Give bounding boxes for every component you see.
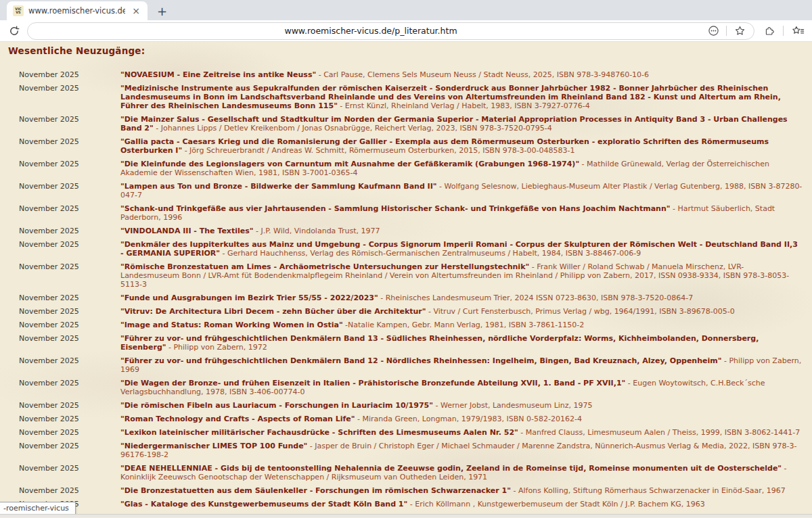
entry-authors: - Alfons Kolling, Stiftung Römerhaus Sch… — [511, 486, 786, 495]
entry-title: "NOVAESIUM - Eine Zeitreise ins antike N… — [120, 70, 316, 79]
favorites-list-icon[interactable] — [789, 22, 807, 40]
entry-date: November 2025 — [19, 137, 120, 146]
entry-date: November 2025 — [19, 262, 120, 271]
entry-date: November 2025 — [19, 307, 120, 316]
entry-date: November 2025 — [19, 415, 120, 423]
entry-date: November 2025 — [19, 321, 120, 329]
list-item: November 2025 "Medizinische Instrumente … — [0, 84, 812, 110]
entry-title: "Die Kleinfunde des Legionslagers von Ca… — [120, 160, 579, 168]
entry-text: "Lampen aus Ton und Bronze - Bildwerke d… — [120, 182, 803, 199]
entry-title: "Die Wagen der Bronze- und frühen Eisenz… — [120, 379, 625, 387]
entry-authors: - Rheinisches Landesmuseum Trier, 2024 I… — [378, 293, 694, 302]
list-item: November 2025 "Denkmäler des Iuppiterkul… — [0, 240, 812, 258]
entry-text: "Vitruv: De Architectura Libri Decem - z… — [120, 307, 803, 316]
entry-text: "Römische Bronzestatuen am Limes - Archä… — [120, 262, 803, 289]
url-bar[interactable]: www.roemischer-vicus.de/p_literatur.htm — [27, 22, 754, 40]
entry-authors: - Gerhard Hauchhenss, Verlag des Römisch… — [220, 249, 641, 258]
extensions-icon[interactable] — [760, 22, 777, 40]
entry-authors: - Johannes Lipps / Detlev Kreikenbom / J… — [154, 124, 552, 133]
more-options-icon[interactable] — [704, 22, 722, 40]
list-item: November 2025 "Niedergermanischer LIMES … — [0, 442, 812, 459]
entry-title: "Funde und Ausgrabungen im Bezirk Trier … — [120, 293, 378, 302]
entry-title: "Glas - Kataloge des Kunstgewerbemuseums… — [120, 500, 407, 509]
list-item: November 2025 "Die römischen Fibeln aus … — [0, 401, 812, 410]
entry-authors: - Jörg Schreuerbrandt / Andreas W. Schmi… — [182, 146, 574, 155]
entry-title: "Die römischen Fibeln aus Lauriacum - Fo… — [120, 401, 433, 410]
list-item: November 2025 "Image and Status: Roman W… — [0, 321, 812, 329]
list-item: November 2025 "Lexikon lateinischer mili… — [0, 428, 812, 437]
list-item: November 2025 "Führer zu vor- und frühge… — [0, 356, 812, 374]
entry-date: November 2025 — [19, 204, 120, 213]
list-item: November 2025 "Roman Technology and Craf… — [0, 415, 812, 423]
favorite-star-icon[interactable] — [731, 22, 748, 40]
entry-date: November 2025 — [19, 356, 120, 365]
entry-authors: - Manfred Clauss, Limesmuseum Aalen / Th… — [518, 428, 800, 437]
toolbar-divider — [783, 26, 784, 36]
entry-date: November 2025 — [19, 227, 120, 235]
entry-text: "NOVAESIUM - Eine Zeitreise ins antike N… — [120, 70, 803, 79]
entry-title: "Die Bronzestatuetten aus dem Säulenkell… — [120, 486, 511, 495]
entry-text: "Glas - Kataloge des Kunstgewerbemuseums… — [120, 500, 803, 509]
entry-authors: - Werner Jobst, Landesmuseum Linz, 1975 — [433, 401, 593, 410]
entry-authors: - Carl Pause, Clemens Sels Museum Neuss … — [316, 70, 649, 79]
list-item: November 2025 "Die Wagen der Bronze- und… — [0, 379, 812, 396]
entry-text: "Die Bronzestatuetten aus dem Säulenkell… — [120, 486, 803, 495]
entry-text: "Die Mainzer Salus - Gesellschaft und St… — [120, 115, 803, 133]
tab-close-icon[interactable]: × — [130, 5, 142, 16]
entry-authors: -Natalie Kampen, Gebr. Mann Verlag, 1981… — [343, 321, 585, 329]
page-content: Wesentliche Neuzugänge: November 2025 "N… — [0, 42, 812, 517]
entry-text: "Schank-und Trinkgefäße aus vier Jahrtau… — [120, 204, 803, 222]
bottom-scrollbar-strip[interactable] — [0, 514, 812, 517]
entry-authors: - Ernst Künzl, Rheinland Verlag / Habelt… — [338, 101, 590, 110]
entry-authors: - J.P. Wild, Vindolanda Trust, 1977 — [254, 227, 380, 235]
list-item: November 2025 "NOVAESIUM - Eine Zeitreis… — [0, 70, 812, 79]
entry-date: November 2025 — [19, 464, 120, 473]
entry-title: "Lexikon lateinischer militärischer Fach… — [120, 428, 518, 437]
entry-date: November 2025 — [19, 84, 120, 93]
entry-text: "DEAE NEHELLENNIAE - Gids bij de tentoon… — [120, 464, 803, 481]
site-favicon-icon: VIC VS — [13, 5, 24, 16]
list-item: November 2025 "VINDOLANDA III - The Text… — [0, 227, 812, 235]
list-item: November 2025 "Führer zu vor- und frühge… — [0, 334, 812, 352]
entry-title: "Schank-und Trinkgefäße aus vier Jahrtau… — [120, 204, 670, 213]
entry-date: November 2025 — [19, 442, 120, 450]
browser-tab[interactable]: VIC VS www.roemischer-vicus.de --- "Rö × — [7, 1, 148, 20]
entry-authors: - Erich Köllmann , Kunstgewerbemuseum de… — [407, 500, 705, 509]
refresh-icon[interactable] — [5, 22, 23, 40]
entry-date: November 2025 — [19, 70, 120, 79]
entry-title: "Image and Status: Roman Working Women i… — [120, 321, 343, 329]
entry-date: November 2025 — [19, 334, 120, 343]
entry-title: "Roman Technology and Crafts - Aspects o… — [120, 415, 355, 423]
entry-text: "Lexikon lateinischer militärischer Fach… — [120, 428, 803, 437]
entry-text: "Die Wagen der Bronze- und frühen Eisenz… — [120, 379, 803, 396]
list-item: November 2025 "Glas - Kataloge des Kunst… — [0, 500, 812, 509]
entry-date: November 2025 — [19, 115, 120, 124]
urlbar-divider — [726, 26, 727, 36]
list-item: November 2025 "Die Kleinfunde des Legion… — [0, 160, 812, 177]
entry-text: "Führer zu vor- und frühgeschichtlichen … — [120, 356, 803, 374]
entry-text: "VINDOLANDA III - The Textiles" - J.P. W… — [120, 227, 803, 235]
entry-date: November 2025 — [19, 401, 120, 410]
entry-title: "DEAE NEHELLENNIAE - Gids bij de tentoon… — [120, 464, 782, 473]
list-item: November 2025 "Funde und Ausgrabungen im… — [0, 293, 812, 302]
entry-title: "Niedergermanischer LIMES TOP 100 Funde" — [120, 442, 307, 450]
list-item: November 2025 "Römische Bronzestatuen am… — [0, 262, 812, 289]
tab-title: www.roemischer-vicus.de --- "Rö — [28, 6, 125, 16]
new-tab-button[interactable]: + — [157, 5, 167, 18]
entry-text: "Die Kleinfunde des Legionslagers von Ca… — [120, 160, 803, 177]
literature-list: November 2025 "NOVAESIUM - Eine Zeitreis… — [0, 70, 812, 517]
list-item: November 2025 "DEAE NEHELLENNIAE - Gids … — [0, 464, 812, 481]
list-item: November 2025 "Die Mainzer Salus - Gesel… — [0, 115, 812, 133]
entry-title: "Vitruv: De Architectura Libri Decem - z… — [120, 307, 426, 316]
entry-date: November 2025 — [19, 486, 120, 495]
entry-text: "Niedergermanischer LIMES TOP 100 Funde"… — [120, 442, 803, 459]
favicon-text-bottom: VS — [16, 11, 20, 14]
list-item: November 2025 "Vitruv: De Architectura L… — [0, 307, 812, 316]
entry-date: November 2025 — [19, 379, 120, 387]
entry-authors: - Vitruv / Curt Fensterbusch, Primus Ver… — [426, 307, 735, 316]
entry-authors: - Philipp von Zabern, 1972 — [166, 343, 267, 352]
entry-date: November 2025 — [19, 240, 120, 249]
browser-window: VIC VS www.roemischer-vicus.de --- "Rö ×… — [0, 0, 812, 518]
list-item: November 2025 "Lampen aus Ton und Bronze… — [0, 182, 812, 199]
url-text[interactable]: www.roemischer-vicus.de/p_literatur.htm — [37, 26, 704, 36]
